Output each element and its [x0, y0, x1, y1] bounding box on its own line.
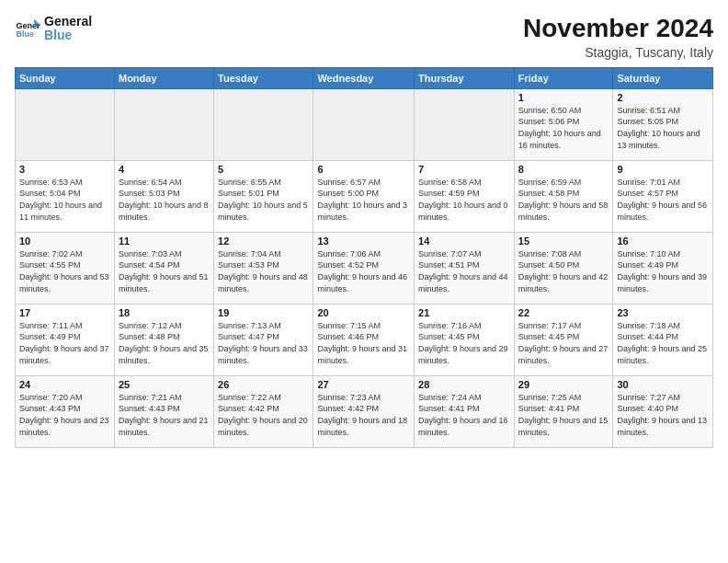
day-number: 1 — [518, 92, 609, 103]
day-info: Sunrise: 7:17 AM Sunset: 4:45 PM Dayligh… — [518, 320, 609, 366]
table-row: 24Sunrise: 7:20 AM Sunset: 4:43 PM Dayli… — [16, 375, 115, 447]
table-row: 6Sunrise: 6:57 AM Sunset: 5:00 PM Daylig… — [313, 160, 415, 232]
logo-icon: General Blue — [15, 16, 40, 41]
month-title: November 2024 — [523, 15, 713, 43]
day-number: 9 — [617, 164, 709, 175]
table-row — [415, 88, 515, 160]
day-info: Sunrise: 7:24 AM Sunset: 4:41 PM Dayligh… — [418, 392, 510, 438]
day-number: 7 — [418, 164, 510, 175]
table-row: 27Sunrise: 7:23 AM Sunset: 4:42 PM Dayli… — [313, 375, 415, 447]
day-info: Sunrise: 7:27 AM Sunset: 4:40 PM Dayligh… — [617, 392, 709, 438]
table-row: 13Sunrise: 7:06 AM Sunset: 4:52 PM Dayli… — [313, 232, 415, 304]
day-number: 6 — [317, 164, 410, 175]
day-number: 26 — [218, 379, 309, 390]
table-row: 14Sunrise: 7:07 AM Sunset: 4:51 PM Dayli… — [415, 232, 515, 304]
table-row: 25Sunrise: 7:21 AM Sunset: 4:43 PM Dayli… — [114, 375, 213, 447]
col-thursday: Thursday — [415, 67, 515, 88]
header: General Blue General Blue November 2024 … — [15, 15, 713, 60]
table-row: 28Sunrise: 7:24 AM Sunset: 4:41 PM Dayli… — [415, 375, 515, 447]
day-number: 18 — [119, 307, 210, 318]
day-number: 5 — [218, 164, 309, 175]
day-info: Sunrise: 7:23 AM Sunset: 4:42 PM Dayligh… — [317, 392, 410, 438]
table-row: 12Sunrise: 7:04 AM Sunset: 4:53 PM Dayli… — [214, 232, 313, 304]
table-row: 17Sunrise: 7:11 AM Sunset: 4:49 PM Dayli… — [16, 304, 115, 375]
day-info: Sunrise: 7:13 AM Sunset: 4:47 PM Dayligh… — [218, 320, 309, 366]
day-number: 3 — [19, 164, 110, 175]
day-info: Sunrise: 7:02 AM Sunset: 4:55 PM Dayligh… — [19, 248, 110, 294]
col-saturday: Saturday — [613, 67, 713, 88]
table-row: 23Sunrise: 7:18 AM Sunset: 4:44 PM Dayli… — [613, 304, 713, 375]
table-row: 20Sunrise: 7:15 AM Sunset: 4:46 PM Dayli… — [313, 304, 415, 375]
logo-general: General — [44, 15, 92, 29]
page: General Blue General Blue November 2024 … — [0, 0, 728, 563]
col-wednesday: Wednesday — [313, 67, 415, 88]
table-row: 16Sunrise: 7:10 AM Sunset: 4:49 PM Dayli… — [613, 232, 713, 304]
day-info: Sunrise: 6:59 AM Sunset: 4:58 PM Dayligh… — [518, 177, 609, 223]
table-row: 29Sunrise: 7:25 AM Sunset: 4:41 PM Dayli… — [514, 375, 613, 447]
day-info: Sunrise: 7:01 AM Sunset: 4:57 PM Dayligh… — [617, 177, 709, 223]
table-row: 15Sunrise: 7:08 AM Sunset: 4:50 PM Dayli… — [514, 232, 613, 304]
table-row: 10Sunrise: 7:02 AM Sunset: 4:55 PM Dayli… — [16, 232, 115, 304]
day-number: 11 — [119, 236, 210, 247]
day-info: Sunrise: 7:03 AM Sunset: 4:54 PM Dayligh… — [119, 248, 210, 294]
calendar-header: Sunday Monday Tuesday Wednesday Thursday… — [16, 67, 713, 88]
day-number: 15 — [518, 236, 609, 247]
day-number: 19 — [218, 307, 309, 318]
day-info: Sunrise: 7:16 AM Sunset: 4:45 PM Dayligh… — [418, 320, 510, 366]
table-row: 4Sunrise: 6:54 AM Sunset: 5:03 PM Daylig… — [114, 160, 213, 232]
svg-text:Blue: Blue — [16, 29, 34, 39]
table-row: 30Sunrise: 7:27 AM Sunset: 4:40 PM Dayli… — [613, 375, 713, 447]
table-row: 18Sunrise: 7:12 AM Sunset: 4:48 PM Dayli… — [114, 304, 213, 375]
table-row: 5Sunrise: 6:55 AM Sunset: 5:01 PM Daylig… — [214, 160, 313, 232]
day-number: 27 — [317, 379, 410, 390]
title-block: November 2024 Staggia, Tuscany, Italy — [523, 15, 713, 60]
day-info: Sunrise: 7:11 AM Sunset: 4:49 PM Dayligh… — [19, 320, 110, 366]
day-number: 23 — [617, 307, 709, 318]
table-row: 9Sunrise: 7:01 AM Sunset: 4:57 PM Daylig… — [613, 160, 713, 232]
day-info: Sunrise: 6:53 AM Sunset: 5:04 PM Dayligh… — [19, 177, 110, 223]
col-monday: Monday — [114, 67, 213, 88]
day-info: Sunrise: 6:58 AM Sunset: 4:59 PM Dayligh… — [418, 177, 510, 223]
day-info: Sunrise: 6:50 AM Sunset: 5:06 PM Dayligh… — [518, 105, 609, 151]
day-number: 20 — [317, 307, 410, 318]
calendar-table: Sunday Monday Tuesday Wednesday Thursday… — [15, 67, 713, 448]
day-info: Sunrise: 7:15 AM Sunset: 4:46 PM Dayligh… — [317, 320, 410, 366]
day-number: 2 — [617, 92, 709, 103]
day-info: Sunrise: 7:10 AM Sunset: 4:49 PM Dayligh… — [617, 248, 709, 294]
table-row: 8Sunrise: 6:59 AM Sunset: 4:58 PM Daylig… — [514, 160, 613, 232]
day-number: 16 — [617, 236, 709, 247]
day-number: 30 — [617, 379, 709, 390]
day-info: Sunrise: 7:22 AM Sunset: 4:42 PM Dayligh… — [218, 392, 309, 438]
day-info: Sunrise: 7:25 AM Sunset: 4:41 PM Dayligh… — [518, 392, 609, 438]
day-number: 13 — [317, 236, 410, 247]
day-info: Sunrise: 7:21 AM Sunset: 4:43 PM Dayligh… — [119, 392, 210, 438]
calendar-body: 1Sunrise: 6:50 AM Sunset: 5:06 PM Daylig… — [16, 88, 713, 447]
day-info: Sunrise: 7:18 AM Sunset: 4:44 PM Dayligh… — [617, 320, 709, 366]
col-friday: Friday — [514, 67, 613, 88]
col-tuesday: Tuesday — [214, 67, 313, 88]
table-row — [16, 88, 115, 160]
day-number: 22 — [518, 307, 609, 318]
day-number: 8 — [518, 164, 609, 175]
day-number: 12 — [218, 236, 309, 247]
table-row: 19Sunrise: 7:13 AM Sunset: 4:47 PM Dayli… — [214, 304, 313, 375]
day-info: Sunrise: 6:55 AM Sunset: 5:01 PM Dayligh… — [218, 177, 309, 223]
day-info: Sunrise: 7:12 AM Sunset: 4:48 PM Dayligh… — [119, 320, 210, 366]
day-number: 10 — [19, 236, 110, 247]
day-info: Sunrise: 7:04 AM Sunset: 4:53 PM Dayligh… — [218, 248, 309, 294]
table-row: 2Sunrise: 6:51 AM Sunset: 5:05 PM Daylig… — [613, 88, 713, 160]
day-info: Sunrise: 7:06 AM Sunset: 4:52 PM Dayligh… — [317, 248, 410, 294]
col-sunday: Sunday — [16, 67, 115, 88]
day-info: Sunrise: 6:51 AM Sunset: 5:05 PM Dayligh… — [617, 105, 709, 151]
table-row: 11Sunrise: 7:03 AM Sunset: 4:54 PM Dayli… — [114, 232, 213, 304]
table-row: 22Sunrise: 7:17 AM Sunset: 4:45 PM Dayli… — [514, 304, 613, 375]
table-row — [214, 88, 313, 160]
day-number: 28 — [418, 379, 510, 390]
day-number: 24 — [19, 379, 110, 390]
day-number: 29 — [518, 379, 609, 390]
day-number: 4 — [119, 164, 210, 175]
day-number: 14 — [418, 236, 510, 247]
day-number: 25 — [119, 379, 210, 390]
table-row — [114, 88, 213, 160]
table-row — [313, 88, 415, 160]
